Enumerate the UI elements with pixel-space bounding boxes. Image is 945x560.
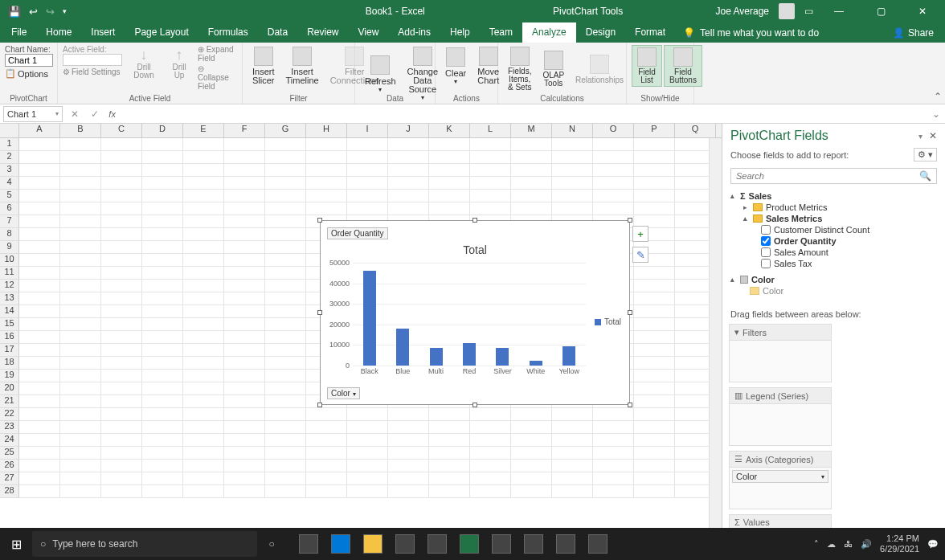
cell[interactable] — [429, 408, 470, 421]
resize-handle[interactable] — [628, 218, 632, 223]
cell[interactable] — [265, 460, 306, 472]
cell[interactable] — [101, 202, 142, 215]
cell[interactable] — [552, 434, 593, 447]
cell[interactable] — [265, 472, 306, 485]
pivot-chart-object[interactable]: + ✎ Order Quantity Color ▾ Total 0100002… — [320, 220, 630, 405]
cell[interactable] — [101, 408, 142, 421]
cell[interactable] — [101, 357, 142, 370]
cell[interactable] — [347, 421, 388, 434]
cell[interactable] — [634, 267, 675, 280]
tray-chevron-icon[interactable]: ˄ — [814, 539, 819, 550]
tab-insert[interactable]: Insert — [81, 22, 125, 43]
cell[interactable] — [634, 434, 675, 447]
cell[interactable] — [60, 382, 101, 395]
cell[interactable] — [593, 472, 634, 485]
cell[interactable] — [634, 305, 675, 318]
cell[interactable] — [388, 138, 429, 151]
cell[interactable] — [142, 151, 183, 164]
cell[interactable] — [101, 254, 142, 267]
row-header[interactable]: 9 — [0, 241, 19, 254]
cell[interactable] — [224, 421, 265, 434]
cell[interactable] — [224, 460, 265, 472]
row-header[interactable]: 22 — [0, 408, 19, 421]
cell[interactable] — [142, 395, 183, 408]
row-header[interactable]: 8 — [0, 228, 19, 241]
cell[interactable] — [60, 280, 101, 292]
resize-handle[interactable] — [317, 403, 322, 407]
chart-elements-button[interactable]: + — [632, 226, 648, 242]
chart-bar[interactable] — [496, 348, 509, 366]
cell[interactable] — [142, 408, 183, 421]
cell[interactable] — [224, 215, 265, 228]
cell[interactable] — [60, 434, 101, 447]
select-all-corner[interactable] — [0, 124, 19, 137]
cell[interactable] — [142, 421, 183, 434]
resize-handle[interactable] — [472, 218, 477, 223]
task-view-icon[interactable] — [292, 528, 325, 560]
row-header[interactable]: 15 — [0, 318, 19, 331]
cell[interactable] — [101, 485, 142, 498]
cell[interactable] — [388, 421, 429, 434]
cell[interactable] — [306, 408, 347, 421]
cell[interactable] — [183, 164, 224, 177]
chart-bar[interactable] — [562, 346, 575, 366]
cell[interactable] — [183, 267, 224, 280]
row-header[interactable]: 18 — [0, 357, 19, 370]
cell[interactable] — [470, 408, 511, 421]
column-header[interactable]: D — [142, 124, 183, 137]
tab-page-layout[interactable]: Page Layout — [125, 22, 198, 43]
fx-icon[interactable]: fx — [104, 109, 121, 119]
cell[interactable] — [19, 190, 60, 202]
cell[interactable] — [511, 460, 552, 472]
taskbar-search[interactable]: ○ Type here to search — [32, 531, 257, 557]
cell[interactable] — [429, 447, 470, 460]
cell[interactable] — [347, 447, 388, 460]
cell[interactable] — [19, 447, 60, 460]
cell[interactable] — [142, 190, 183, 202]
cell[interactable] — [60, 485, 101, 498]
tray-network-icon[interactable]: 🖧 — [844, 539, 853, 549]
insert-timeline-button[interactable]: Insert Timeline — [281, 45, 324, 87]
cell[interactable] — [634, 382, 675, 395]
fields-items-sets-button[interactable]: Fields, Items, & Sets — [503, 45, 536, 93]
cell[interactable] — [470, 460, 511, 472]
tell-me-search[interactable]: 💡 Tell me what you want to do — [683, 27, 819, 39]
cell[interactable] — [60, 460, 101, 472]
cell[interactable] — [265, 421, 306, 434]
cell[interactable] — [224, 382, 265, 395]
cell[interactable] — [429, 151, 470, 164]
cell[interactable] — [429, 434, 470, 447]
cell[interactable] — [224, 370, 265, 382]
column-header[interactable]: J — [388, 124, 429, 137]
tab-design[interactable]: Design — [576, 22, 625, 43]
cell[interactable] — [306, 151, 347, 164]
cell[interactable] — [552, 460, 593, 472]
cell[interactable] — [19, 434, 60, 447]
row-header[interactable]: 14 — [0, 305, 19, 318]
cell[interactable] — [388, 202, 429, 215]
close-pane-icon[interactable]: ✕ — [929, 130, 937, 141]
column-header[interactable]: K — [429, 124, 470, 137]
cell[interactable] — [183, 472, 224, 485]
cell[interactable] — [101, 344, 142, 357]
notifications-icon[interactable]: 💬 — [927, 539, 939, 550]
cell[interactable] — [142, 434, 183, 447]
cell[interactable] — [429, 485, 470, 498]
column-header[interactable]: F — [224, 124, 265, 137]
cell[interactable] — [265, 331, 306, 344]
cell[interactable] — [101, 190, 142, 202]
cell[interactable] — [142, 280, 183, 292]
cell[interactable] — [183, 434, 224, 447]
cell[interactable] — [511, 164, 552, 177]
cell[interactable] — [183, 228, 224, 241]
cell[interactable] — [347, 190, 388, 202]
cell[interactable] — [265, 485, 306, 498]
taskbar-clock[interactable]: 1:24 PM 6/29/2021 — [880, 533, 919, 554]
resize-handle[interactable] — [628, 403, 632, 407]
cell[interactable] — [634, 318, 675, 331]
cell[interactable] — [265, 164, 306, 177]
row-header[interactable]: 27 — [0, 472, 19, 485]
cell[interactable] — [101, 177, 142, 190]
cell[interactable] — [183, 421, 224, 434]
user-avatar-icon[interactable] — [779, 3, 795, 19]
